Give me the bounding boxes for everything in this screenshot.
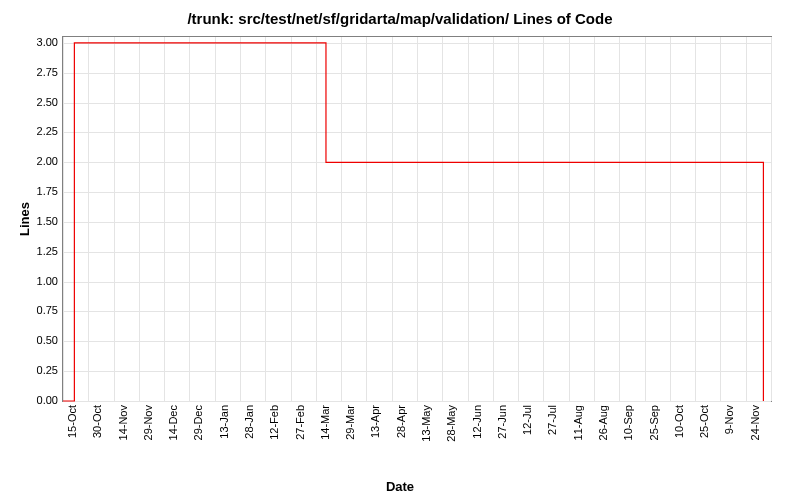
x-tick-label: 30-Oct [91, 405, 103, 465]
x-tick-label: 14-Mar [319, 405, 331, 465]
y-tick-label: 1.50 [8, 215, 58, 227]
x-tick-label: 14-Nov [117, 405, 129, 465]
y-tick-label: 0.00 [8, 394, 58, 406]
gridline-v [771, 37, 772, 401]
x-tick-label: 15-Oct [66, 405, 78, 465]
x-tick-label: 13-Jan [218, 405, 230, 465]
x-tick-label: 27-Jun [496, 405, 508, 465]
x-tick-label: 9-Nov [723, 405, 735, 465]
chart-container: /trunk: src/test/net/sf/gridarta/map/val… [0, 0, 800, 500]
x-tick-label: 29-Dec [192, 405, 204, 465]
x-tick-label: 12-Jun [471, 405, 483, 465]
series-path [63, 43, 763, 401]
y-tick-label: 0.25 [8, 364, 58, 376]
x-tick-label: 12-Jul [521, 405, 533, 465]
x-tick-label: 29-Nov [142, 405, 154, 465]
y-tick-label: 0.75 [8, 304, 58, 316]
y-tick-label: 2.75 [8, 66, 58, 78]
x-tick-label: 10-Sep [622, 405, 634, 465]
x-tick-label: 28-May [445, 405, 457, 465]
y-tick-label: 0.50 [8, 334, 58, 346]
x-tick-label: 24-Nov [749, 405, 761, 465]
x-tick-label: 25-Oct [698, 405, 710, 465]
y-tick-label: 1.25 [8, 245, 58, 257]
x-tick-label: 25-Sep [648, 405, 660, 465]
x-tick-label: 26-Aug [597, 405, 609, 465]
chart-title: /trunk: src/test/net/sf/gridarta/map/val… [0, 10, 800, 27]
y-tick-label: 1.00 [8, 275, 58, 287]
gridline-h [63, 401, 771, 402]
x-tick-label: 28-Apr [395, 405, 407, 465]
x-tick-label: 27-Jul [546, 405, 558, 465]
x-tick-label: 13-May [420, 405, 432, 465]
y-tick-label: 3.00 [8, 36, 58, 48]
x-tick-label: 11-Aug [572, 405, 584, 465]
x-axis-label: Date [0, 479, 800, 494]
x-tick-label: 13-Apr [369, 405, 381, 465]
y-tick-label: 1.75 [8, 185, 58, 197]
line-series [63, 37, 771, 401]
x-tick-label: 10-Oct [673, 405, 685, 465]
x-tick-label: 14-Dec [167, 405, 179, 465]
x-tick-label: 27-Feb [294, 405, 306, 465]
plot-area [62, 36, 772, 402]
y-tick-label: 2.50 [8, 96, 58, 108]
x-tick-label: 28-Jan [243, 405, 255, 465]
y-tick-label: 2.25 [8, 125, 58, 137]
x-tick-label: 12-Feb [268, 405, 280, 465]
y-tick-label: 2.00 [8, 155, 58, 167]
x-tick-label: 29-Mar [344, 405, 356, 465]
